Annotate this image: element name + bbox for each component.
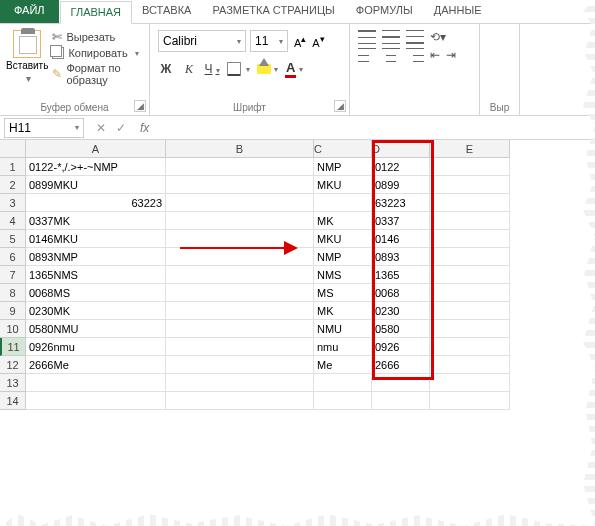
cell[interactable]: 0068 (372, 284, 430, 302)
cell[interactable]: 0926nmu (26, 338, 166, 356)
cell[interactable] (166, 284, 314, 302)
cell[interactable] (314, 194, 372, 212)
cell[interactable] (166, 356, 314, 374)
row-header[interactable]: 7 (0, 266, 26, 284)
col-header-d[interactable]: D (372, 140, 430, 158)
cell[interactable] (430, 356, 510, 374)
cell[interactable] (430, 392, 510, 410)
cell[interactable]: MK (314, 212, 372, 230)
row-header[interactable]: 4 (0, 212, 26, 230)
cell[interactable]: 0122-*,/.>+-~NMP (26, 158, 166, 176)
cell[interactable]: NMU (314, 320, 372, 338)
cell[interactable]: MS (314, 284, 372, 302)
align-top-button[interactable] (358, 30, 376, 44)
cell[interactable] (166, 374, 314, 392)
select-all-corner[interactable] (0, 140, 26, 158)
cell[interactable]: 0068MS (26, 284, 166, 302)
align-right-button[interactable] (406, 48, 424, 62)
bold-button[interactable]: Ж (158, 62, 174, 76)
cell[interactable]: 0926 (372, 338, 430, 356)
col-header-a[interactable]: A (26, 140, 166, 158)
cell[interactable] (430, 194, 510, 212)
shrink-font-button[interactable]: A▾ (310, 31, 326, 51)
cell[interactable]: nmu (314, 338, 372, 356)
row-header[interactable]: 2 (0, 176, 26, 194)
cell[interactable] (166, 248, 314, 266)
align-middle-button[interactable] (382, 30, 400, 44)
cell[interactable] (166, 320, 314, 338)
font-color-button[interactable]: А▾ (285, 60, 303, 78)
tab-insert[interactable]: ВСТАВКА (132, 0, 202, 23)
cell[interactable]: NMS (314, 266, 372, 284)
cell[interactable] (314, 374, 372, 392)
cell[interactable] (430, 212, 510, 230)
cell[interactable]: 2666 (372, 356, 430, 374)
row-header[interactable]: 6 (0, 248, 26, 266)
tab-page-layout[interactable]: РАЗМЕТКА СТРАНИЦЫ (202, 0, 345, 23)
row-header[interactable]: 10 (0, 320, 26, 338)
cell[interactable]: 0230MK (26, 302, 166, 320)
row-header[interactable]: 11 (0, 338, 26, 356)
tab-home[interactable]: ГЛАВНАЯ (60, 1, 132, 24)
cell[interactable] (430, 176, 510, 194)
cut-button[interactable]: ✄ Вырезать (52, 30, 143, 44)
cell[interactable] (314, 392, 372, 410)
cell[interactable] (430, 230, 510, 248)
formula-input[interactable] (155, 116, 595, 139)
cell[interactable]: 0146MKU (26, 230, 166, 248)
cell[interactable]: NMP (314, 158, 372, 176)
row-header[interactable]: 1 (0, 158, 26, 176)
align-bottom-button[interactable] (406, 30, 424, 44)
cell[interactable] (430, 266, 510, 284)
cell[interactable] (430, 302, 510, 320)
paste-button[interactable]: Вставить ▾ (6, 26, 48, 96)
cell[interactable]: 1365 (372, 266, 430, 284)
tab-data[interactable]: ДАННЫЕ (424, 0, 493, 23)
tab-formulas[interactable]: ФОРМУЛЫ (346, 0, 424, 23)
italic-button[interactable]: К (181, 62, 197, 77)
row-header[interactable]: 3 (0, 194, 26, 212)
cell[interactable]: 0899 (372, 176, 430, 194)
font-name-select[interactable]: Calibri ▾ (158, 30, 246, 52)
cell[interactable]: 0122 (372, 158, 430, 176)
cell[interactable]: 0580NMU (26, 320, 166, 338)
cell[interactable] (26, 392, 166, 410)
col-header-c[interactable]: C (314, 140, 372, 158)
align-left-button[interactable] (358, 48, 376, 62)
cell[interactable]: 1365NMS (26, 266, 166, 284)
cell[interactable] (166, 212, 314, 230)
cell[interactable] (166, 302, 314, 320)
col-header-b[interactable]: B (166, 140, 314, 158)
cell[interactable] (26, 374, 166, 392)
cell[interactable]: MK (314, 302, 372, 320)
cell[interactable] (372, 392, 430, 410)
border-button[interactable]: ▾ (227, 62, 250, 76)
cell[interactable]: 0899MKU (26, 176, 166, 194)
cell[interactable]: 63223 (372, 194, 430, 212)
cell[interactable]: 0893 (372, 248, 430, 266)
row-header[interactable]: 9 (0, 302, 26, 320)
cell[interactable] (166, 266, 314, 284)
cell[interactable] (430, 338, 510, 356)
underline-button[interactable]: Ч▾ (204, 62, 220, 76)
row-header[interactable]: 12 (0, 356, 26, 374)
tab-file[interactable]: ФАЙЛ (0, 0, 60, 23)
cell[interactable] (430, 248, 510, 266)
format-painter-button[interactable]: ✎ Формат по образцу (52, 62, 143, 86)
align-center-button[interactable] (382, 48, 400, 62)
cell[interactable]: NMP (314, 248, 372, 266)
cell[interactable] (166, 158, 314, 176)
increase-indent-button[interactable]: ⇥ (446, 48, 456, 62)
cell[interactable] (166, 194, 314, 212)
cell[interactable]: 0337MK (26, 212, 166, 230)
fx-icon[interactable]: fx (134, 121, 155, 135)
dialog-launcher-icon[interactable]: ◢ (334, 100, 346, 112)
cancel-formula-button[interactable]: ✕ (96, 121, 106, 135)
cell[interactable]: 0146 (372, 230, 430, 248)
cell[interactable] (430, 320, 510, 338)
cell[interactable]: 0230 (372, 302, 430, 320)
cell[interactable]: 0337 (372, 212, 430, 230)
orientation-button[interactable]: ⟲▾ (430, 30, 446, 44)
cell[interactable] (372, 374, 430, 392)
cell[interactable]: Me (314, 356, 372, 374)
